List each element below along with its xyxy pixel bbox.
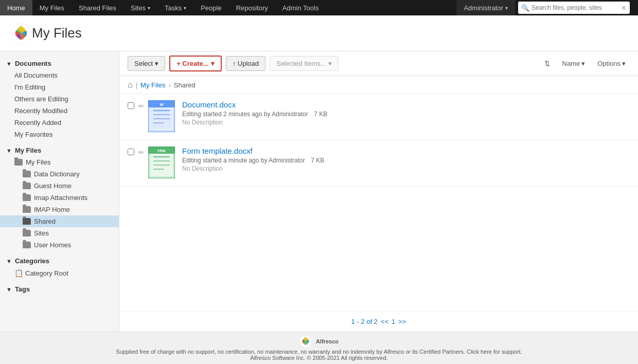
footer-brand-name: Alfresco — [316, 338, 339, 344]
folder-icon — [23, 242, 31, 248]
svg-text:FRM: FRM — [157, 149, 165, 153]
alfresco-logo — [10, 23, 32, 44]
options-arrow-icon: ▾ — [622, 60, 626, 67]
folder-icon — [14, 159, 23, 166]
sort-icon-button[interactable]: ⇅ — [540, 58, 554, 69]
nav-people[interactable]: People — [193, 0, 228, 15]
file-item-1[interactable]: ✏ FRM — [119, 140, 638, 187]
file-name-0[interactable]: Document.docx — [182, 100, 630, 109]
main-layout: ▼ Documents All Documents I'm Editing Ot… — [0, 51, 638, 332]
create-arrow-icon: ▾ — [211, 60, 215, 67]
file-size-1: 7 KB — [311, 157, 324, 164]
file-meta-0: Editing started 2 minutes ago by Adminis… — [182, 111, 630, 118]
file-size-0: 7 KB — [314, 111, 327, 118]
top-navigation: Home My Files Shared Files Sites▾ Tasks▾… — [0, 0, 638, 15]
create-button[interactable]: + Create... ▾ — [169, 56, 222, 71]
sidebar-item-data-dictionary[interactable]: Data Dictionary — [0, 168, 119, 180]
sidebar: ▼ Documents All Documents I'm Editing Ot… — [0, 51, 119, 332]
nav-user-menu[interactable]: Administrator▾ — [456, 0, 515, 15]
footer-line2: Alfresco Software Inc. © 2005-2021 All r… — [10, 355, 628, 361]
file-checkbox-1[interactable] — [128, 149, 134, 155]
page-footer: Alfresco Supplied free of charge with no… — [0, 332, 638, 364]
folder-icon — [23, 183, 31, 189]
breadcrumb-separator: | — [136, 81, 137, 89]
nav-home[interactable]: Home — [0, 0, 32, 15]
pagination-next-next[interactable]: >> — [398, 318, 406, 325]
file-list: ✏ W — [119, 94, 638, 311]
sidebar-section-tags[interactable]: ▼ Tags — [0, 282, 119, 295]
sidebar-item-others-editing[interactable]: Others are Editing — [0, 93, 119, 105]
page-title: My Files — [32, 25, 82, 41]
sidebar-item-im-editing[interactable]: I'm Editing — [0, 81, 119, 93]
breadcrumb: ⌂ | My Files › Shared — [119, 76, 638, 94]
name-sort-button[interactable]: Name ▾ — [558, 58, 590, 69]
content-area: Select ▾ + Create... ▾ ↑ Upload Selected… — [119, 51, 638, 332]
sidebar-section-documents[interactable]: ▼ Documents — [0, 57, 119, 69]
nav-sites[interactable]: Sites▾ — [123, 0, 157, 15]
file-icon-wrapper-0: W — [148, 100, 175, 134]
nav-tasks[interactable]: Tasks▾ — [157, 0, 193, 15]
sidebar-section-myfiles[interactable]: ▼ My Files — [0, 143, 119, 156]
myfiles-arrow-icon: ▼ — [6, 148, 12, 154]
footer-line1: Supplied free of charge with no support,… — [10, 349, 628, 355]
sidebar-item-imap-home[interactable]: IMAP Home — [0, 204, 119, 215]
name-sort-arrow-icon: ▾ — [581, 60, 585, 67]
sidebar-item-category-root[interactable]: 📋 Category Root — [0, 267, 119, 279]
nav-repository[interactable]: Repository — [229, 0, 275, 15]
file-desc-0: No Description — [182, 119, 630, 126]
tags-arrow-icon: ▼ — [6, 286, 12, 293]
sidebar-item-all-documents[interactable]: All Documents — [0, 69, 119, 81]
pagination-prev-prev[interactable]: << — [381, 318, 388, 325]
file-checkbox-0[interactable] — [128, 102, 134, 109]
pagination-current-page[interactable]: 1 — [392, 318, 395, 325]
footer-logo-row: Alfresco — [10, 335, 628, 348]
categories-arrow-icon: ▼ — [6, 258, 12, 264]
breadcrumb-home-icon[interactable]: ⌂ — [128, 80, 133, 89]
sidebar-section-categories[interactable]: ▼ Categories — [0, 254, 119, 267]
file-name-1[interactable]: Form template.docxf — [182, 147, 630, 155]
file-meta-1: Editing started a minute ago by Administ… — [182, 157, 630, 164]
folder-icon — [23, 194, 31, 201]
nav-my-files[interactable]: My Files — [32, 0, 72, 15]
search-input[interactable] — [531, 4, 619, 11]
file-edit-icon-1: ✏ — [138, 149, 144, 156]
folder-icon — [23, 171, 31, 177]
file-desc-1: No Description — [182, 165, 630, 172]
sidebar-item-guest-home[interactable]: Guest Home — [0, 180, 119, 192]
sidebar-item-my-favorites[interactable]: My Favorites — [0, 129, 119, 140]
search-bar: 🔍 ✕ — [518, 2, 630, 14]
docx-icon-0: W — [148, 100, 175, 132]
breadcrumb-arrow: › — [168, 81, 170, 89]
search-icon: 🔍 — [521, 4, 529, 12]
options-button[interactable]: Options ▾ — [593, 58, 630, 69]
folder-icon — [23, 230, 31, 236]
search-clear-icon[interactable]: ✕ — [621, 4, 627, 12]
file-info-1: Form template.docxf Editing started a mi… — [182, 147, 630, 172]
footer-alfresco-logo — [299, 335, 312, 348]
sort-icon: ⇅ — [544, 60, 550, 67]
docxf-icon-1: FRM — [148, 147, 175, 178]
breadcrumb-myfiles-link[interactable]: My Files — [140, 81, 165, 89]
sidebar-item-myfiles-root[interactable]: My Files — [0, 156, 119, 168]
select-button[interactable]: Select ▾ — [128, 56, 165, 71]
sidebar-item-sites[interactable]: Sites — [0, 227, 119, 239]
sidebar-item-recently-added[interactable]: Recently Added — [0, 117, 119, 129]
upload-button[interactable]: ↑ Upload — [226, 56, 265, 71]
file-info-0: Document.docx Editing started 2 minutes … — [182, 100, 630, 126]
pagination: 1 - 2 of 2 << 1 >> — [119, 311, 638, 332]
pagination-info: 1 - 2 of 2 — [351, 318, 378, 325]
sidebar-item-recently-modified[interactable]: Recently Modified — [0, 105, 119, 117]
nav-shared-files[interactable]: Shared Files — [72, 0, 123, 15]
page-header: My Files — [0, 15, 638, 51]
sidebar-item-imap-attachments[interactable]: Imap Attachments — [0, 192, 119, 204]
file-icon-wrapper-1: FRM — [148, 147, 175, 180]
sidebar-item-shared[interactable]: Shared — [0, 215, 119, 227]
nav-admin-tools[interactable]: Admin Tools — [275, 0, 326, 15]
documents-arrow-icon: ▼ — [6, 61, 12, 67]
folder-icon — [23, 218, 31, 225]
breadcrumb-current: Shared — [174, 81, 196, 89]
file-item-0[interactable]: ✏ W — [119, 94, 638, 140]
sidebar-item-user-homes[interactable]: User Homes — [0, 239, 119, 251]
selected-items-button[interactable]: Selected Items... ▾ — [270, 56, 339, 71]
folder-icon — [23, 206, 31, 213]
